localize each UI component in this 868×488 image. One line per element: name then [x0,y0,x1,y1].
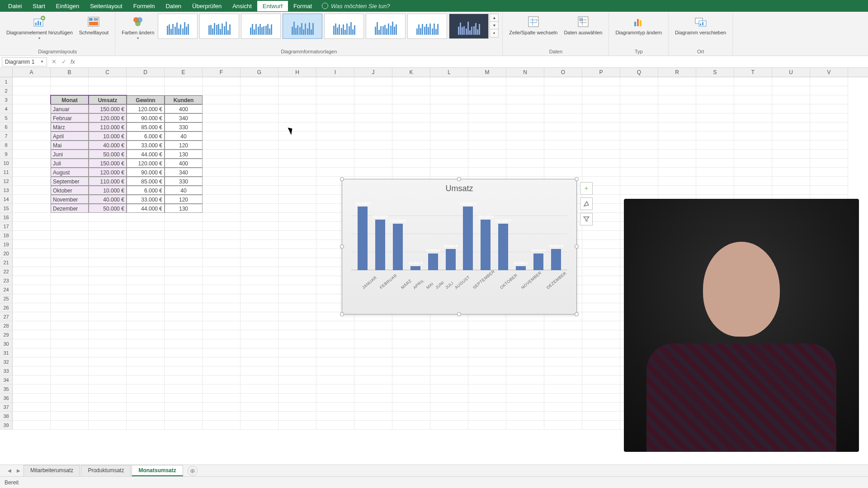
cell[interactable] [506,122,544,131]
row-header[interactable]: 16 [0,213,13,222]
cell[interactable] [544,421,582,430]
chart-style-thumb[interactable] [199,14,239,39]
column-header[interactable]: A [13,68,51,77]
cell[interactable] [51,303,89,312]
cell[interactable] [127,375,165,385]
cell[interactable] [51,357,89,366]
cell[interactable] [13,366,51,375]
row-header[interactable]: 33 [0,366,13,375]
cell[interactable] [430,366,468,375]
cell[interactable] [165,412,203,421]
cell[interactable] [354,403,392,412]
cell[interactable] [278,231,316,240]
row-header[interactable]: 4 [0,104,13,113]
cell[interactable] [354,159,392,168]
cell[interactable] [582,258,620,267]
chart-bar[interactable] [428,253,438,271]
cell[interactable] [354,385,392,394]
cell[interactable] [392,375,430,385]
ribbon-tab-daten[interactable]: Daten [160,1,187,11]
cell[interactable] [51,267,89,276]
cell[interactable] [620,186,658,195]
cell[interactable] [430,339,468,348]
cell[interactable] [127,276,165,285]
chart-bar[interactable] [533,253,543,271]
cell[interactable] [89,285,127,294]
ribbon-tab-start[interactable]: Start [27,1,50,11]
cell[interactable] [734,131,772,141]
cell[interactable] [127,240,165,249]
row-header[interactable]: 9 [0,150,13,159]
cell[interactable] [203,285,241,294]
cell[interactable] [51,412,89,421]
cell[interactable] [241,141,278,150]
cell[interactable]: 110.000 € [89,177,127,186]
cell[interactable] [13,303,51,312]
cell[interactable]: 130 [165,204,203,213]
cell[interactable] [203,177,241,186]
cell[interactable] [392,104,430,113]
cell[interactable] [278,385,316,394]
cell[interactable] [544,412,582,421]
cell[interactable]: 85.000 € [127,122,165,131]
add-sheet-button[interactable]: ⊕ [188,466,198,476]
ribbon-tab-einfügen[interactable]: Einfügen [51,1,85,11]
cell[interactable] [506,321,544,330]
cell[interactable]: 120.000 € [127,159,165,168]
cancel-formula-button[interactable]: ✕ [49,58,59,65]
cell[interactable] [165,249,203,258]
cell[interactable] [810,186,848,195]
cell[interactable]: 33.000 € [127,141,165,150]
cell[interactable] [582,421,620,430]
cell[interactable] [89,222,127,231]
cell[interactable] [734,186,772,195]
row-header[interactable]: 11 [0,168,13,177]
cell[interactable] [582,285,620,294]
cell[interactable] [13,403,51,412]
cell[interactable] [734,150,772,159]
cell[interactable] [278,339,316,348]
cell[interactable] [468,131,506,141]
row-header[interactable]: 3 [0,95,13,104]
cell[interactable] [430,348,468,357]
cell[interactable] [316,385,354,394]
cell[interactable] [51,330,89,339]
cell[interactable] [51,285,89,294]
cell[interactable] [430,357,468,366]
cell[interactable] [468,394,506,403]
row-header[interactable]: 1 [0,77,13,86]
cell[interactable] [127,77,165,86]
cell[interactable] [392,95,430,104]
cell[interactable] [89,77,127,86]
cell[interactable] [13,113,51,122]
column-header[interactable]: G [241,68,278,77]
cell[interactable] [13,249,51,258]
cell[interactable] [468,141,506,150]
cell[interactable] [810,177,848,186]
cell[interactable] [316,357,354,366]
cell[interactable] [278,421,316,430]
cell[interactable] [392,385,430,394]
cell[interactable] [468,159,506,168]
cell[interactable] [165,421,203,430]
cell[interactable] [582,150,620,159]
cell[interactable] [810,150,848,159]
column-header[interactable]: C [89,68,127,77]
cell[interactable] [51,276,89,285]
cell[interactable] [203,276,241,285]
cell[interactable] [13,267,51,276]
cell[interactable] [354,150,392,159]
cell[interactable] [203,204,241,213]
cell[interactable] [165,303,203,312]
change-chart-type-button[interactable]: Diagrammtyp ändern [613,14,665,36]
resize-handle[interactable] [340,177,344,181]
row-header[interactable]: 39 [0,421,13,430]
cell[interactable] [89,357,127,366]
quick-layout-button[interactable]: Schnelllayout [76,14,111,36]
cell[interactable] [278,77,316,86]
row-header[interactable]: 17 [0,222,13,231]
cell[interactable] [544,104,582,113]
cell[interactable] [316,104,354,113]
column-header[interactable]: T [734,68,772,77]
column-header[interactable]: V [810,68,848,77]
